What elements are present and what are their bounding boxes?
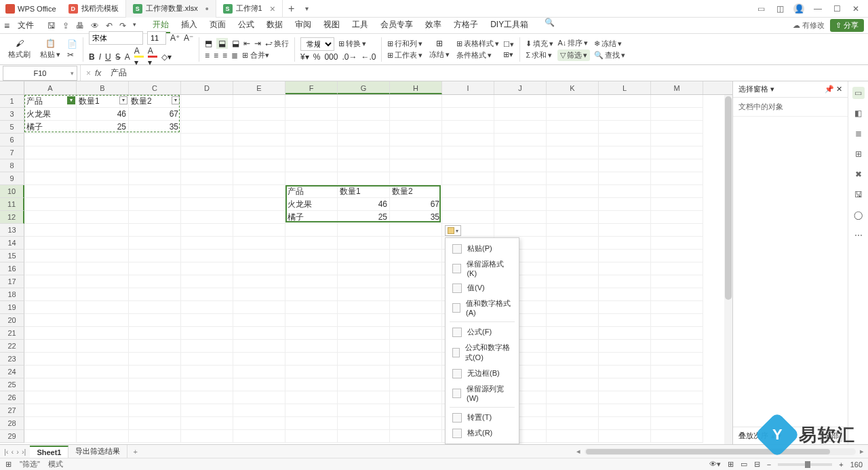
cell-A25[interactable] [24,378,77,391]
cell-M16[interactable] [651,262,703,275]
doc-tab-workbook2[interactable]: S 工作簿1 × [216,0,283,18]
cell-B22[interactable] [77,340,129,353]
cell-M22[interactable] [651,340,703,353]
cell-J3[interactable] [494,108,547,121]
cell-I3[interactable] [442,108,494,121]
cell-D5[interactable] [181,121,233,134]
cell-B23[interactable] [77,353,129,366]
cell-L25[interactable] [599,378,651,391]
cell-B29[interactable] [77,430,129,443]
cell-F26[interactable] [285,391,338,404]
cell-F15[interactable] [285,250,338,262]
avatar-icon[interactable]: 👤 [793,3,804,14]
row-header-8[interactable]: 8 [0,159,24,172]
cell-A7[interactable] [24,146,77,159]
last-sheet-icon[interactable]: ›| [22,448,26,456]
cancel-formula-icon[interactable]: × [86,68,91,78]
cell-E8[interactable] [233,159,285,172]
first-sheet-icon[interactable]: |‹ [4,448,9,456]
cell-L20[interactable] [599,314,651,327]
cell-C12[interactable] [129,211,181,224]
window-compact-icon[interactable]: ▭ [755,3,766,14]
cell-D8[interactable] [181,159,233,172]
cell-C7[interactable] [129,146,181,159]
cell-F9[interactable] [285,172,338,185]
cell-K19[interactable] [547,301,599,314]
cell-E19[interactable] [233,301,285,314]
filter-dropdown-B[interactable]: ▾ [119,96,127,104]
cell-K8[interactable] [547,159,599,172]
cell-A10[interactable] [24,185,77,198]
cell-H22[interactable] [390,340,442,353]
cell-F19[interactable] [285,301,338,314]
cell-K17[interactable] [547,275,599,288]
cell-H25[interactable] [390,378,442,391]
cell-K16[interactable] [547,262,599,275]
cell-B25[interactable] [77,378,129,391]
cell-F27[interactable] [285,404,338,417]
cell-F28[interactable] [285,417,338,430]
next-sheet-icon[interactable]: › [16,448,19,456]
row-header-14[interactable]: 14 [0,237,24,250]
formula-input[interactable]: 产品 [106,67,868,79]
row-header-19[interactable]: 19 [0,301,24,314]
align-right-icon[interactable]: ≡ [222,51,227,60]
paste-menu-item-10[interactable]: 转置(T) [446,410,519,425]
cell-I9[interactable] [442,172,494,185]
cell-F20[interactable] [285,314,338,327]
cell-H13[interactable] [390,224,442,237]
cell-B15[interactable] [77,250,129,262]
row-header-16[interactable]: 16 [0,262,24,275]
cell-C5[interactable]: 35 [129,121,181,134]
cell-F6[interactable] [285,134,338,146]
cell-L6[interactable] [599,134,651,146]
cell-F23[interactable] [285,353,338,366]
cell-G15[interactable] [338,250,390,262]
cell-B24[interactable] [77,366,129,378]
decrease-font-icon[interactable]: A⁻ [184,33,193,43]
cell-G27[interactable] [338,404,390,417]
cell-D11[interactable] [181,198,233,211]
freeze-group[interactable]: ⊞ 冻结▾ [427,39,452,60]
decimal-inc-icon[interactable]: .0→ [342,52,357,62]
paste-menu-item-6[interactable]: 公式和数字格式(O) [446,340,519,366]
cell-L17[interactable] [599,275,651,288]
new-tab-button[interactable]: + [283,3,300,15]
cell-C8[interactable] [129,159,181,172]
cell-A24[interactable] [24,366,77,378]
cell-M14[interactable] [651,237,703,250]
cut-icon[interactable]: ✂ [67,50,77,60]
decimal-dec-icon[interactable]: ←.0 [361,52,376,62]
cell-M15[interactable] [651,250,703,262]
cell-D27[interactable] [181,404,233,417]
cell-B12[interactable] [77,211,129,224]
cell-D3[interactable] [181,108,233,121]
qat-more-icon[interactable]: ▾ [133,21,136,31]
cell-H5[interactable] [390,121,442,134]
row-header-12[interactable]: 12 [0,211,24,224]
cell-L26[interactable] [599,391,651,404]
row-header-15[interactable]: 15 [0,250,24,262]
cell-E27[interactable] [233,404,285,417]
cell-I6[interactable] [442,134,494,146]
cell-G26[interactable] [338,391,390,404]
row-header-25[interactable]: 25 [0,378,24,391]
col-header-D[interactable]: D [181,81,233,94]
cell-K9[interactable] [547,172,599,185]
filter-dropdown-A[interactable]: ▾ [67,96,75,104]
tab-view[interactable]: 视图 [322,18,341,33]
underline-button[interactable]: U [105,52,111,62]
cell-L27[interactable] [599,404,651,417]
cell-K7[interactable] [547,146,599,159]
cell-J6[interactable] [494,134,547,146]
cell-E17[interactable] [233,275,285,288]
cell-E16[interactable] [233,262,285,275]
font-effect-button[interactable]: A [125,52,130,62]
currency-icon[interactable]: ¥▾ [300,52,309,62]
cell-L11[interactable] [599,198,651,211]
font-color-button[interactable]: A▾ [148,46,157,67]
cell-D23[interactable] [181,353,233,366]
cell-C1[interactable]: 数量2▾ [129,95,181,108]
cell-H27[interactable] [390,404,442,417]
row-header-20[interactable]: 20 [0,314,24,327]
